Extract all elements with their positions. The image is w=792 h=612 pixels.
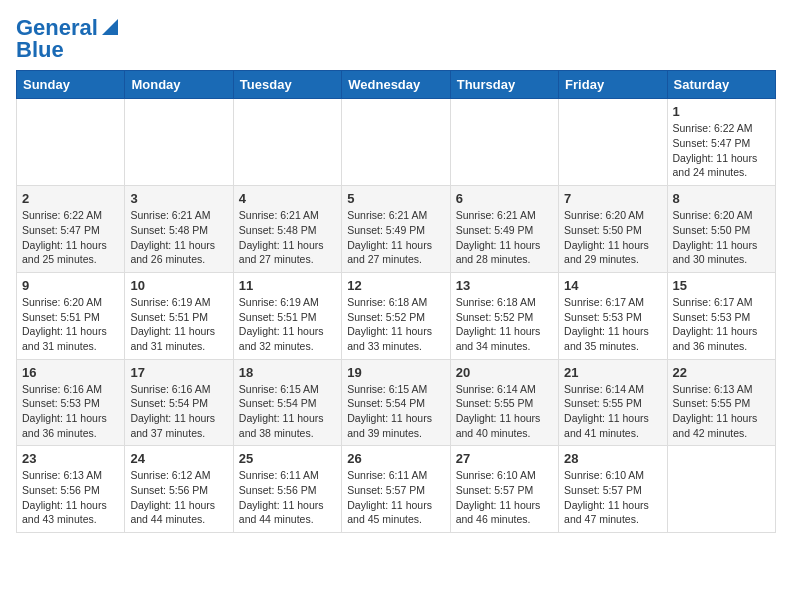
day-number: 10 (130, 278, 227, 293)
day-info: Sunrise: 6:21 AM Sunset: 5:49 PM Dayligh… (347, 208, 444, 267)
calendar-cell (342, 99, 450, 186)
day-number: 21 (564, 365, 661, 380)
day-number: 11 (239, 278, 336, 293)
day-info: Sunrise: 6:22 AM Sunset: 5:47 PM Dayligh… (22, 208, 119, 267)
calendar-cell: 5Sunrise: 6:21 AM Sunset: 5:49 PM Daylig… (342, 186, 450, 273)
day-number: 9 (22, 278, 119, 293)
calendar-cell: 10Sunrise: 6:19 AM Sunset: 5:51 PM Dayli… (125, 272, 233, 359)
calendar-week-row: 1Sunrise: 6:22 AM Sunset: 5:47 PM Daylig… (17, 99, 776, 186)
logo-text: General Blue (16, 16, 118, 62)
calendar-cell: 2Sunrise: 6:22 AM Sunset: 5:47 PM Daylig… (17, 186, 125, 273)
calendar-cell: 24Sunrise: 6:12 AM Sunset: 5:56 PM Dayli… (125, 446, 233, 533)
calendar-cell: 28Sunrise: 6:10 AM Sunset: 5:57 PM Dayli… (559, 446, 667, 533)
day-info: Sunrise: 6:13 AM Sunset: 5:55 PM Dayligh… (673, 382, 770, 441)
day-info: Sunrise: 6:16 AM Sunset: 5:54 PM Dayligh… (130, 382, 227, 441)
calendar-cell: 27Sunrise: 6:10 AM Sunset: 5:57 PM Dayli… (450, 446, 558, 533)
calendar-cell: 15Sunrise: 6:17 AM Sunset: 5:53 PM Dayli… (667, 272, 775, 359)
day-info: Sunrise: 6:20 AM Sunset: 5:50 PM Dayligh… (673, 208, 770, 267)
calendar-cell: 16Sunrise: 6:16 AM Sunset: 5:53 PM Dayli… (17, 359, 125, 446)
calendar-cell: 4Sunrise: 6:21 AM Sunset: 5:48 PM Daylig… (233, 186, 341, 273)
calendar-header-saturday: Saturday (667, 71, 775, 99)
day-number: 28 (564, 451, 661, 466)
day-number: 8 (673, 191, 770, 206)
day-number: 24 (130, 451, 227, 466)
calendar-cell: 13Sunrise: 6:18 AM Sunset: 5:52 PM Dayli… (450, 272, 558, 359)
day-info: Sunrise: 6:22 AM Sunset: 5:47 PM Dayligh… (673, 121, 770, 180)
calendar-cell: 22Sunrise: 6:13 AM Sunset: 5:55 PM Dayli… (667, 359, 775, 446)
day-number: 17 (130, 365, 227, 380)
calendar-cell: 19Sunrise: 6:15 AM Sunset: 5:54 PM Dayli… (342, 359, 450, 446)
calendar-cell: 3Sunrise: 6:21 AM Sunset: 5:48 PM Daylig… (125, 186, 233, 273)
calendar-cell: 8Sunrise: 6:20 AM Sunset: 5:50 PM Daylig… (667, 186, 775, 273)
calendar-cell: 21Sunrise: 6:14 AM Sunset: 5:55 PM Dayli… (559, 359, 667, 446)
calendar-week-row: 2Sunrise: 6:22 AM Sunset: 5:47 PM Daylig… (17, 186, 776, 273)
day-number: 18 (239, 365, 336, 380)
day-number: 1 (673, 104, 770, 119)
day-info: Sunrise: 6:10 AM Sunset: 5:57 PM Dayligh… (564, 468, 661, 527)
day-info: Sunrise: 6:19 AM Sunset: 5:51 PM Dayligh… (130, 295, 227, 354)
calendar-header-row: SundayMondayTuesdayWednesdayThursdayFrid… (17, 71, 776, 99)
day-number: 2 (22, 191, 119, 206)
day-info: Sunrise: 6:12 AM Sunset: 5:56 PM Dayligh… (130, 468, 227, 527)
logo-triangle-icon (100, 19, 118, 37)
logo: General Blue (16, 16, 118, 62)
day-info: Sunrise: 6:21 AM Sunset: 5:48 PM Dayligh… (239, 208, 336, 267)
day-info: Sunrise: 6:17 AM Sunset: 5:53 PM Dayligh… (564, 295, 661, 354)
day-number: 12 (347, 278, 444, 293)
day-number: 27 (456, 451, 553, 466)
calendar-cell: 9Sunrise: 6:20 AM Sunset: 5:51 PM Daylig… (17, 272, 125, 359)
day-number: 23 (22, 451, 119, 466)
calendar-week-row: 9Sunrise: 6:20 AM Sunset: 5:51 PM Daylig… (17, 272, 776, 359)
day-number: 22 (673, 365, 770, 380)
calendar-week-row: 16Sunrise: 6:16 AM Sunset: 5:53 PM Dayli… (17, 359, 776, 446)
day-number: 15 (673, 278, 770, 293)
day-info: Sunrise: 6:11 AM Sunset: 5:57 PM Dayligh… (347, 468, 444, 527)
page-header: General Blue (16, 16, 776, 62)
day-info: Sunrise: 6:20 AM Sunset: 5:50 PM Dayligh… (564, 208, 661, 267)
calendar-cell: 26Sunrise: 6:11 AM Sunset: 5:57 PM Dayli… (342, 446, 450, 533)
day-number: 20 (456, 365, 553, 380)
day-info: Sunrise: 6:21 AM Sunset: 5:48 PM Dayligh… (130, 208, 227, 267)
day-info: Sunrise: 6:17 AM Sunset: 5:53 PM Dayligh… (673, 295, 770, 354)
calendar-body: 1Sunrise: 6:22 AM Sunset: 5:47 PM Daylig… (17, 99, 776, 533)
day-info: Sunrise: 6:11 AM Sunset: 5:56 PM Dayligh… (239, 468, 336, 527)
day-info: Sunrise: 6:20 AM Sunset: 5:51 PM Dayligh… (22, 295, 119, 354)
day-info: Sunrise: 6:18 AM Sunset: 5:52 PM Dayligh… (347, 295, 444, 354)
day-number: 25 (239, 451, 336, 466)
day-info: Sunrise: 6:19 AM Sunset: 5:51 PM Dayligh… (239, 295, 336, 354)
day-info: Sunrise: 6:21 AM Sunset: 5:49 PM Dayligh… (456, 208, 553, 267)
calendar-header-tuesday: Tuesday (233, 71, 341, 99)
calendar-cell (17, 99, 125, 186)
calendar-cell (450, 99, 558, 186)
day-number: 4 (239, 191, 336, 206)
calendar-cell (233, 99, 341, 186)
calendar-cell: 1Sunrise: 6:22 AM Sunset: 5:47 PM Daylig… (667, 99, 775, 186)
calendar-cell: 14Sunrise: 6:17 AM Sunset: 5:53 PM Dayli… (559, 272, 667, 359)
calendar-cell: 23Sunrise: 6:13 AM Sunset: 5:56 PM Dayli… (17, 446, 125, 533)
calendar-cell: 7Sunrise: 6:20 AM Sunset: 5:50 PM Daylig… (559, 186, 667, 273)
day-number: 3 (130, 191, 227, 206)
day-number: 19 (347, 365, 444, 380)
calendar-cell (559, 99, 667, 186)
calendar-header-friday: Friday (559, 71, 667, 99)
day-info: Sunrise: 6:16 AM Sunset: 5:53 PM Dayligh… (22, 382, 119, 441)
calendar-cell: 17Sunrise: 6:16 AM Sunset: 5:54 PM Dayli… (125, 359, 233, 446)
calendar-cell: 25Sunrise: 6:11 AM Sunset: 5:56 PM Dayli… (233, 446, 341, 533)
calendar-header-sunday: Sunday (17, 71, 125, 99)
calendar-table: SundayMondayTuesdayWednesdayThursdayFrid… (16, 70, 776, 533)
day-info: Sunrise: 6:14 AM Sunset: 5:55 PM Dayligh… (564, 382, 661, 441)
calendar-cell: 6Sunrise: 6:21 AM Sunset: 5:49 PM Daylig… (450, 186, 558, 273)
day-number: 16 (22, 365, 119, 380)
calendar-header-wednesday: Wednesday (342, 71, 450, 99)
calendar-cell: 11Sunrise: 6:19 AM Sunset: 5:51 PM Dayli… (233, 272, 341, 359)
day-number: 13 (456, 278, 553, 293)
day-number: 6 (456, 191, 553, 206)
calendar-cell: 12Sunrise: 6:18 AM Sunset: 5:52 PM Dayli… (342, 272, 450, 359)
calendar-cell: 18Sunrise: 6:15 AM Sunset: 5:54 PM Dayli… (233, 359, 341, 446)
calendar-week-row: 23Sunrise: 6:13 AM Sunset: 5:56 PM Dayli… (17, 446, 776, 533)
day-number: 5 (347, 191, 444, 206)
calendar-cell: 20Sunrise: 6:14 AM Sunset: 5:55 PM Dayli… (450, 359, 558, 446)
calendar-header-monday: Monday (125, 71, 233, 99)
day-number: 14 (564, 278, 661, 293)
day-info: Sunrise: 6:10 AM Sunset: 5:57 PM Dayligh… (456, 468, 553, 527)
